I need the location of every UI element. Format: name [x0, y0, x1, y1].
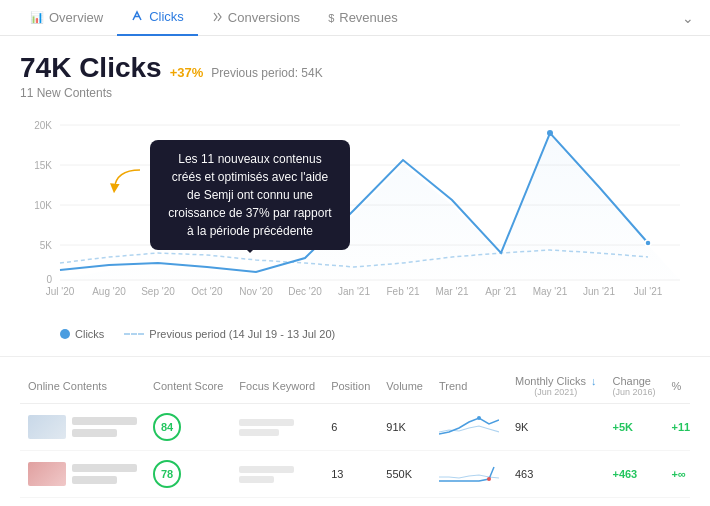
svg-text:5K: 5K [40, 240, 53, 251]
tab-conversions-label: Conversions [228, 10, 300, 25]
table-row: 84 6 91K [20, 404, 690, 451]
content-subtitle-bar [72, 429, 117, 437]
svg-text:Nov '20: Nov '20 [239, 286, 273, 297]
legend-prev-label: Previous period (14 Jul 19 - 13 Jul 20) [149, 328, 335, 340]
content-thumbnail [28, 415, 66, 439]
td-trend-1 [431, 404, 507, 451]
keyword-bar-4 [239, 476, 274, 483]
th-contents: Online Contents [20, 369, 145, 404]
th-score: Content Score [145, 369, 231, 404]
th-pct: % [663, 369, 690, 404]
stats-row: 74K Clicks +37% Previous period: 54K [20, 52, 690, 84]
td-score-1: 84 [145, 404, 231, 451]
tab-revenues[interactable]: $ Revenues [314, 0, 412, 36]
svg-text:Feb '21: Feb '21 [386, 286, 419, 297]
score-circle-1: 84 [153, 413, 181, 441]
td-change-1: +5K [604, 404, 663, 451]
svg-text:Jul '21: Jul '21 [634, 286, 663, 297]
tab-conversions[interactable]: Conversions [198, 0, 314, 36]
svg-text:Jun '21: Jun '21 [583, 286, 615, 297]
legend-prev: Previous period (14 Jul 19 - 13 Jul 20) [124, 328, 335, 340]
keyword-bar-2 [239, 429, 279, 436]
svg-point-11 [547, 130, 553, 136]
chart-legend: Clicks Previous period (14 Jul 19 - 13 J… [60, 328, 690, 340]
prev-period: Previous period: 54K [211, 66, 322, 80]
th-trend: Trend [431, 369, 507, 404]
svg-text:Dec '20: Dec '20 [288, 286, 322, 297]
svg-text:Mar '21: Mar '21 [435, 286, 468, 297]
svg-text:Jan '21: Jan '21 [338, 286, 370, 297]
score-circle-2: 78 [153, 460, 181, 488]
sub-label: 11 New Contents [20, 86, 690, 100]
data-table-wrap: Online Contents Content Score Focus Keyw… [20, 369, 690, 498]
svg-text:0: 0 [46, 274, 52, 285]
legend-clicks: Clicks [60, 328, 104, 340]
content-thumbnail-2 [28, 462, 66, 486]
td-pct-2: +∞ [663, 451, 690, 498]
svg-text:Apr '21: Apr '21 [485, 286, 517, 297]
svg-text:15K: 15K [34, 160, 52, 171]
th-change: Change (Jun 2016) [604, 369, 663, 404]
td-keyword-1 [231, 404, 323, 451]
legend-prev-dash [124, 333, 144, 335]
tooltip-text: Les 11 nouveaux contenus créés et optimi… [168, 152, 331, 238]
td-volume-2: 550K [378, 451, 431, 498]
th-keyword: Focus Keyword [231, 369, 323, 404]
td-score-2: 78 [145, 451, 231, 498]
td-change-2: +463 [604, 451, 663, 498]
chart-area: 20K 15K 10K 5K 0 Jul '20 Aug '20 Sep '20… [20, 110, 690, 320]
data-table: Online Contents Content Score Focus Keyw… [20, 369, 690, 498]
svg-point-12 [645, 240, 651, 246]
tab-revenues-label: Revenues [339, 10, 398, 25]
td-content-2 [20, 451, 145, 498]
tab-overview-label: Overview [49, 10, 103, 25]
svg-text:20K: 20K [34, 120, 52, 131]
svg-point-26 [477, 416, 481, 420]
svg-text:Jul '20: Jul '20 [46, 286, 75, 297]
td-pct-1: +118% [663, 404, 690, 451]
overview-icon: 📊 [30, 11, 44, 24]
tab-bar: 📊 Overview Clicks Conversions $ Revenues… [0, 0, 710, 36]
svg-text:10K: 10K [34, 200, 52, 211]
content-subtitle-bar-2 [72, 476, 117, 484]
td-trend-2 [431, 451, 507, 498]
clicks-icon [131, 9, 144, 24]
td-content-1 [20, 404, 145, 451]
keyword-bar-3 [239, 466, 294, 473]
td-position-2: 13 [323, 451, 378, 498]
content-title-bar [72, 417, 137, 425]
main-stat: 74K Clicks [20, 52, 162, 84]
main-content: 74K Clicks +37% Previous period: 54K 11 … [0, 36, 710, 506]
tab-clicks-label: Clicks [149, 9, 184, 24]
change-badge: +37% [170, 65, 204, 80]
th-position: Position [323, 369, 378, 404]
keyword-bar-1 [239, 419, 294, 426]
td-monthly-clicks-2: 463 [507, 451, 604, 498]
th-monthly-clicks[interactable]: Monthly Clicks ↓ (Jun 2021) [507, 369, 604, 404]
conversions-icon [212, 12, 223, 24]
svg-text:Oct '20: Oct '20 [191, 286, 223, 297]
table-row: 78 13 550K [20, 451, 690, 498]
svg-text:Sep '20: Sep '20 [141, 286, 175, 297]
arrow-icon [108, 165, 148, 195]
th-volume: Volume [378, 369, 431, 404]
legend-clicks-label: Clicks [75, 328, 104, 340]
section-divider [0, 356, 710, 357]
tab-overview[interactable]: 📊 Overview [16, 0, 117, 36]
td-volume-1: 91K [378, 404, 431, 451]
svg-text:May '21: May '21 [533, 286, 568, 297]
tab-clicks[interactable]: Clicks [117, 0, 198, 36]
svg-point-27 [487, 477, 491, 481]
more-button[interactable]: ⌄ [682, 10, 694, 26]
legend-clicks-dot [60, 329, 70, 339]
tooltip-bubble: Les 11 nouveaux contenus créés et optimi… [150, 140, 350, 250]
content-title-bar-2 [72, 464, 137, 472]
td-position-1: 6 [323, 404, 378, 451]
revenues-icon: $ [328, 12, 334, 24]
td-keyword-2 [231, 451, 323, 498]
svg-text:Aug '20: Aug '20 [92, 286, 126, 297]
td-monthly-clicks-1: 9K [507, 404, 604, 451]
